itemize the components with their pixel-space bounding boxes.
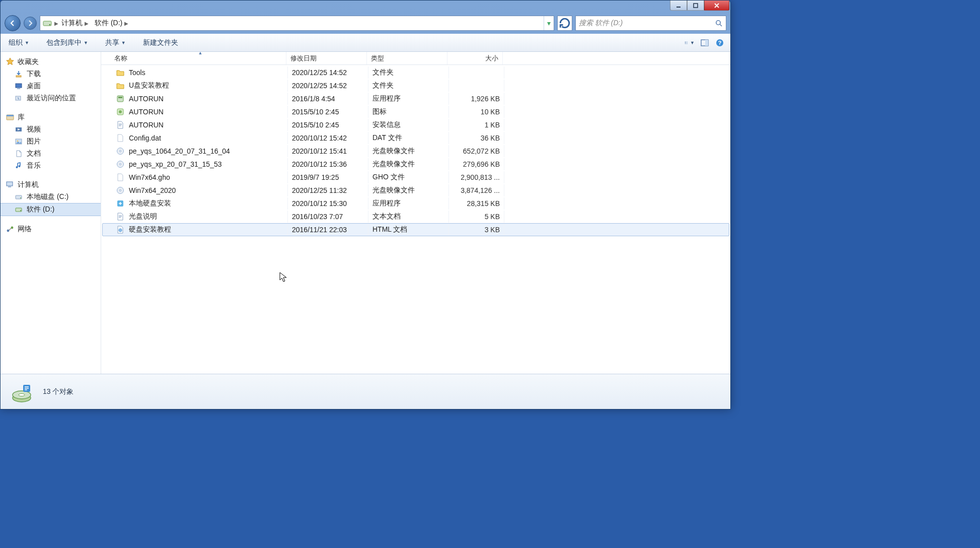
forward-button[interactable] [24,17,37,30]
file-type: 文件夹 [368,66,449,79]
file-row[interactable]: Config.dat2020/10/12 15:42DAT 文件36 KB [102,131,729,145]
sidebar-label: 库 [18,113,25,122]
column-name[interactable]: 名称 ▲ [110,52,286,64]
file-row[interactable]: 硬盘安装教程2016/11/21 22:03HTML 文档3 KB [102,223,729,236]
status-bar: 13 个对象 [1,374,730,409]
svg-rect-18 [17,88,20,89]
sidebar-item-downloads[interactable]: 下载 [1,68,101,80]
share-menu[interactable]: 共享 ▼ [102,37,129,49]
sidebar-item-documents[interactable]: 文档 [1,148,101,160]
file-row[interactable]: 本地硬盘安装2020/10/12 15:30应用程序28,315 KB [102,197,729,210]
star-icon [6,57,15,66]
sidebar-item-recent[interactable]: 最近访问的位置 [1,92,101,104]
svg-point-24 [17,141,19,142]
sidebar-label: 文档 [27,149,41,158]
chevron-down-icon: ▼ [84,40,88,45]
file-type: 光盘映像文件 [368,145,449,157]
drive-large-icon [10,380,34,404]
file-date: 2015/5/10 2:45 [288,106,368,118]
file-type: 安装信息 [368,119,449,131]
sidebar-item-videos[interactable]: 视频 [1,123,101,135]
svg-point-49 [19,393,25,396]
desktop-icon [15,82,23,90]
file-name: 本地硬盘安装 [129,199,171,208]
file-row[interactable]: pe_yqs_1064_20_07_31_16_042020/10/12 15:… [102,145,729,158]
sidebar-label: 本地磁盘 (C:) [27,192,68,201]
svg-rect-1 [694,4,698,8]
file-size: 36 KB [449,132,504,144]
sidebar-group-title[interactable]: 收藏夹 [1,56,101,68]
chevron-down-icon: ▼ [690,40,695,45]
iso-icon [116,147,125,156]
file-date: 2019/9/7 19:25 [288,171,368,183]
file-list[interactable]: Tools2020/12/25 14:52文件夹U盘安装教程2020/12/25… [101,65,730,374]
svg-rect-36 [118,97,122,98]
address-dropdown[interactable]: ▾ [544,16,554,30]
file-row[interactable]: Win7x64_20202020/12/25 11:32光盘映像文件3,874,… [102,184,729,197]
sidebar-item-desktop[interactable]: 桌面 [1,80,101,92]
sidebar-group-title[interactable]: 计算机 [1,179,101,191]
svg-rect-21 [7,115,14,116]
close-button[interactable] [704,1,729,11]
svg-rect-10 [686,43,688,43]
minimize-button[interactable] [670,1,687,11]
folder-icon [116,81,125,90]
sidebar-label: 最近访问的位置 [27,94,76,103]
svg-line-5 [720,24,722,26]
new-folder-button[interactable]: 新建文件夹 [140,37,181,49]
file-name: Win7x64_2020 [129,186,176,194]
chevron-down-icon: ▼ [25,40,29,45]
file-row[interactable]: pe_yqs_xp_20_07_31_15_532020/10/12 15:36… [102,158,729,171]
file-type: 光盘映像文件 [368,158,449,170]
file-row[interactable]: AUTORUN2015/5/10 2:45图标10 KB [102,105,729,118]
include-in-library-menu[interactable]: 包含到库中 ▼ [43,37,91,49]
breadcrumb-drive[interactable]: 软件 (D:) ▶ [92,16,131,30]
sidebar-item-drive-c[interactable]: 本地磁盘 (C:) [1,191,101,203]
svg-point-40 [119,150,121,152]
breadcrumb-computer[interactable]: 计算机 ▶ [58,16,92,30]
search-placeholder: 搜索 软件 (D:) [579,19,623,28]
organize-menu[interactable]: 组织 ▼ [6,37,32,49]
file-row[interactable]: 光盘说明2016/10/23 7:07文本文档5 KB [102,210,729,223]
address-bar[interactable]: ▶ 计算机 ▶ 软件 (D:) ▶ ▾ [40,16,554,31]
recent-icon [15,94,23,102]
chevron-right-icon: ▶ [54,21,58,26]
body: 收藏夹 下载 桌面 最近访问的位置 库 [1,52,730,374]
back-button[interactable] [5,15,21,31]
column-size[interactable]: 大小 [447,52,503,64]
sidebar-item-drive-d[interactable]: 软件 (D:) [1,203,101,216]
search-input[interactable]: 搜索 软件 (D:) [575,16,726,31]
file-row[interactable]: Win7x64.gho2019/9/7 19:25GHO 文件2,900,813… [102,171,729,184]
sidebar-group-title[interactable]: 库 [1,111,101,123]
drive-icon [42,18,52,28]
navigation-pane: 收藏夹 下载 桌面 最近访问的位置 库 [1,52,101,374]
column-label: 修改日期 [290,54,317,63]
toolbar: 组织 ▼ 包含到库中 ▼ 共享 ▼ 新建文件夹 ▼ ? [1,34,730,52]
help-button[interactable]: ? [714,37,725,48]
svg-rect-11 [686,44,688,44]
file-row[interactable]: AUTORUN2016/1/8 4:54应用程序1,926 KB [102,92,729,105]
preview-pane-button[interactable] [699,37,710,48]
svg-rect-9 [686,42,688,42]
file-row[interactable]: U盘安装教程2020/12/25 14:52文件夹 [102,79,729,92]
sidebar-label: 图片 [27,137,41,146]
file-size: 28,315 KB [449,197,504,210]
svg-point-42 [119,163,121,165]
sidebar-item-music[interactable]: 音乐 [1,160,101,172]
file-type: 文件夹 [368,80,449,92]
file-name: Config.dat [129,134,161,142]
file-row[interactable]: AUTORUN2015/5/10 2:45安装信息1 KB [102,118,729,131]
column-date[interactable]: 修改日期 [286,52,367,64]
file-row[interactable]: Tools2020/12/25 14:52文件夹 [102,66,729,79]
sidebar-item-pictures[interactable]: 图片 [1,135,101,148]
sidebar-group-title[interactable]: 网络 [1,223,101,235]
nav-row: ▶ 计算机 ▶ 软件 (D:) ▶ ▾ 搜索 软件 (D:) [1,13,730,34]
view-mode-menu[interactable]: ▼ [684,37,695,48]
file-date: 2016/10/23 7:07 [288,211,368,223]
file-date: 2020/12/25 14:52 [288,66,368,79]
file-size: 1 KB [449,119,504,131]
column-type[interactable]: 类型 [367,52,447,64]
refresh-button[interactable] [557,16,572,31]
svg-rect-8 [685,44,686,44]
maximize-button[interactable] [687,1,704,11]
